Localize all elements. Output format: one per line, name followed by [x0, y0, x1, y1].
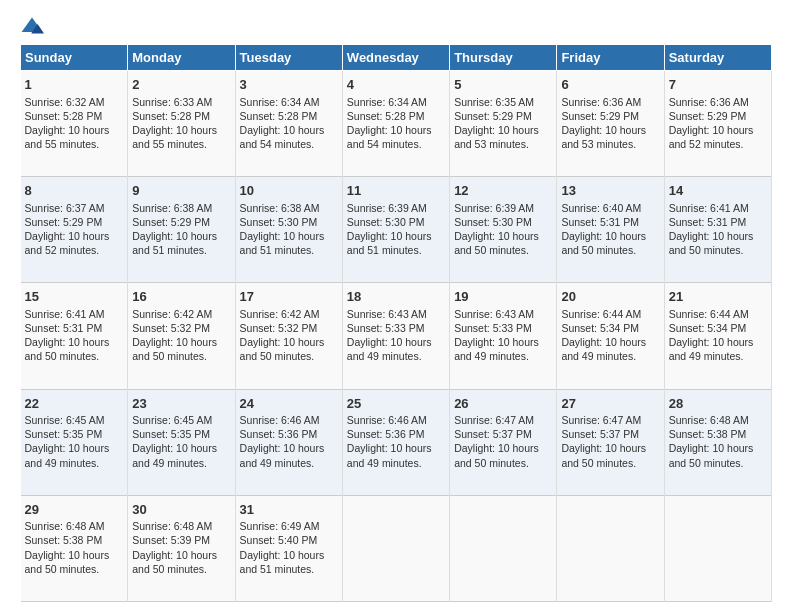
- daylight-label: Daylight: 10 hours and 49 minutes.: [132, 442, 217, 468]
- sunset-label: Sunset: 5:30 PM: [347, 216, 425, 228]
- sunset-label: Sunset: 5:31 PM: [669, 216, 747, 228]
- empty-cell: [557, 495, 664, 601]
- sunset-label: Sunset: 5:33 PM: [454, 322, 532, 334]
- sunrise-label: Sunrise: 6:40 AM: [561, 202, 641, 214]
- daylight-label: Daylight: 10 hours and 50 minutes.: [669, 442, 754, 468]
- day-number: 19: [454, 288, 552, 306]
- sunset-label: Sunset: 5:37 PM: [561, 428, 639, 440]
- sunset-label: Sunset: 5:30 PM: [454, 216, 532, 228]
- day-cell-30: 30Sunrise: 6:48 AMSunset: 5:39 PMDayligh…: [128, 495, 235, 601]
- daylight-label: Daylight: 10 hours and 49 minutes.: [347, 336, 432, 362]
- sunrise-label: Sunrise: 6:46 AM: [240, 414, 320, 426]
- daylight-label: Daylight: 10 hours and 50 minutes.: [561, 442, 646, 468]
- daylight-label: Daylight: 10 hours and 52 minutes.: [25, 230, 110, 256]
- day-number: 30: [132, 501, 230, 519]
- sunrise-label: Sunrise: 6:48 AM: [25, 520, 105, 532]
- sunrise-label: Sunrise: 6:39 AM: [454, 202, 534, 214]
- day-cell-12: 12Sunrise: 6:39 AMSunset: 5:30 PMDayligh…: [450, 177, 557, 283]
- sunrise-label: Sunrise: 6:39 AM: [347, 202, 427, 214]
- day-number: 2: [132, 76, 230, 94]
- sunset-label: Sunset: 5:34 PM: [561, 322, 639, 334]
- day-number: 7: [669, 76, 767, 94]
- sunset-label: Sunset: 5:32 PM: [240, 322, 318, 334]
- day-number: 25: [347, 395, 445, 413]
- day-cell-8: 8Sunrise: 6:37 AMSunset: 5:29 PMDaylight…: [21, 177, 128, 283]
- header: [20, 16, 772, 36]
- sunset-label: Sunset: 5:32 PM: [132, 322, 210, 334]
- sunset-label: Sunset: 5:36 PM: [240, 428, 318, 440]
- day-number: 24: [240, 395, 338, 413]
- day-cell-13: 13Sunrise: 6:40 AMSunset: 5:31 PMDayligh…: [557, 177, 664, 283]
- day-header-thursday: Thursday: [450, 45, 557, 71]
- day-cell-25: 25Sunrise: 6:46 AMSunset: 5:36 PMDayligh…: [342, 389, 449, 495]
- daylight-label: Daylight: 10 hours and 54 minutes.: [240, 124, 325, 150]
- daylight-label: Daylight: 10 hours and 49 minutes.: [454, 336, 539, 362]
- day-header-wednesday: Wednesday: [342, 45, 449, 71]
- sunset-label: Sunset: 5:35 PM: [25, 428, 103, 440]
- sunrise-label: Sunrise: 6:44 AM: [561, 308, 641, 320]
- day-cell-21: 21Sunrise: 6:44 AMSunset: 5:34 PMDayligh…: [664, 283, 771, 389]
- day-cell-26: 26Sunrise: 6:47 AMSunset: 5:37 PMDayligh…: [450, 389, 557, 495]
- week-row-5: 29Sunrise: 6:48 AMSunset: 5:38 PMDayligh…: [21, 495, 772, 601]
- sunset-label: Sunset: 5:28 PM: [240, 110, 318, 122]
- daylight-label: Daylight: 10 hours and 54 minutes.: [347, 124, 432, 150]
- sunrise-label: Sunrise: 6:34 AM: [347, 96, 427, 108]
- day-number: 23: [132, 395, 230, 413]
- day-number: 6: [561, 76, 659, 94]
- day-cell-9: 9Sunrise: 6:38 AMSunset: 5:29 PMDaylight…: [128, 177, 235, 283]
- week-row-3: 15Sunrise: 6:41 AMSunset: 5:31 PMDayligh…: [21, 283, 772, 389]
- day-number: 10: [240, 182, 338, 200]
- sunrise-label: Sunrise: 6:35 AM: [454, 96, 534, 108]
- day-cell-5: 5Sunrise: 6:35 AMSunset: 5:29 PMDaylight…: [450, 71, 557, 177]
- daylight-label: Daylight: 10 hours and 49 minutes.: [347, 442, 432, 468]
- sunrise-label: Sunrise: 6:47 AM: [454, 414, 534, 426]
- day-cell-24: 24Sunrise: 6:46 AMSunset: 5:36 PMDayligh…: [235, 389, 342, 495]
- sunrise-label: Sunrise: 6:48 AM: [132, 520, 212, 532]
- sunrise-label: Sunrise: 6:33 AM: [132, 96, 212, 108]
- sunrise-label: Sunrise: 6:42 AM: [132, 308, 212, 320]
- day-cell-6: 6Sunrise: 6:36 AMSunset: 5:29 PMDaylight…: [557, 71, 664, 177]
- sunset-label: Sunset: 5:30 PM: [240, 216, 318, 228]
- week-row-1: 1Sunrise: 6:32 AMSunset: 5:28 PMDaylight…: [21, 71, 772, 177]
- logo-icon: [20, 16, 44, 36]
- sunrise-label: Sunrise: 6:43 AM: [347, 308, 427, 320]
- sunrise-label: Sunrise: 6:38 AM: [132, 202, 212, 214]
- day-header-sunday: Sunday: [21, 45, 128, 71]
- daylight-label: Daylight: 10 hours and 50 minutes.: [25, 336, 110, 362]
- daylight-label: Daylight: 10 hours and 49 minutes.: [25, 442, 110, 468]
- week-row-4: 22Sunrise: 6:45 AMSunset: 5:35 PMDayligh…: [21, 389, 772, 495]
- sunrise-label: Sunrise: 6:38 AM: [240, 202, 320, 214]
- daylight-label: Daylight: 10 hours and 49 minutes.: [561, 336, 646, 362]
- empty-cell: [342, 495, 449, 601]
- day-number: 9: [132, 182, 230, 200]
- day-cell-4: 4Sunrise: 6:34 AMSunset: 5:28 PMDaylight…: [342, 71, 449, 177]
- day-number: 11: [347, 182, 445, 200]
- day-cell-18: 18Sunrise: 6:43 AMSunset: 5:33 PMDayligh…: [342, 283, 449, 389]
- day-number: 13: [561, 182, 659, 200]
- daylight-label: Daylight: 10 hours and 50 minutes.: [132, 549, 217, 575]
- daylight-label: Daylight: 10 hours and 53 minutes.: [561, 124, 646, 150]
- logo: [20, 16, 46, 36]
- day-cell-14: 14Sunrise: 6:41 AMSunset: 5:31 PMDayligh…: [664, 177, 771, 283]
- sunrise-label: Sunrise: 6:36 AM: [561, 96, 641, 108]
- empty-cell: [664, 495, 771, 601]
- day-cell-23: 23Sunrise: 6:45 AMSunset: 5:35 PMDayligh…: [128, 389, 235, 495]
- calendar-table: SundayMondayTuesdayWednesdayThursdayFrid…: [20, 44, 772, 602]
- sunset-label: Sunset: 5:38 PM: [25, 534, 103, 546]
- day-number: 29: [25, 501, 124, 519]
- daylight-label: Daylight: 10 hours and 50 minutes.: [240, 336, 325, 362]
- day-number: 12: [454, 182, 552, 200]
- sunrise-label: Sunrise: 6:37 AM: [25, 202, 105, 214]
- daylight-label: Daylight: 10 hours and 50 minutes.: [669, 230, 754, 256]
- calendar-page: SundayMondayTuesdayWednesdayThursdayFrid…: [0, 0, 792, 612]
- sunrise-label: Sunrise: 6:49 AM: [240, 520, 320, 532]
- daylight-label: Daylight: 10 hours and 55 minutes.: [25, 124, 110, 150]
- day-number: 16: [132, 288, 230, 306]
- sunrise-label: Sunrise: 6:41 AM: [669, 202, 749, 214]
- sunset-label: Sunset: 5:39 PM: [132, 534, 210, 546]
- sunrise-label: Sunrise: 6:42 AM: [240, 308, 320, 320]
- day-number: 3: [240, 76, 338, 94]
- daylight-label: Daylight: 10 hours and 51 minutes.: [347, 230, 432, 256]
- daylight-label: Daylight: 10 hours and 50 minutes.: [25, 549, 110, 575]
- day-cell-15: 15Sunrise: 6:41 AMSunset: 5:31 PMDayligh…: [21, 283, 128, 389]
